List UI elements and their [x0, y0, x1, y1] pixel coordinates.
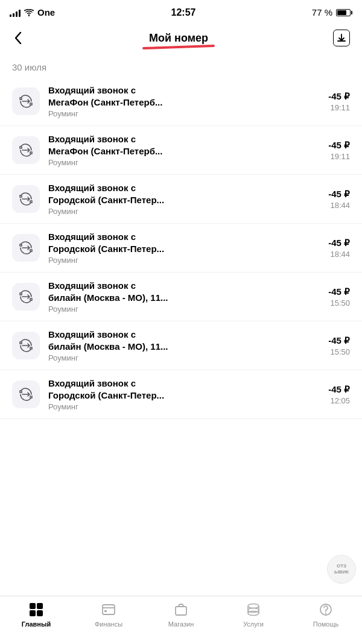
transaction-icon [12, 87, 40, 115]
transaction-amount: -45 ₽ [328, 286, 350, 297]
transaction-subtitle: Роуминг [48, 109, 320, 118]
transaction-amount-time: -45 ₽ 18:44 [328, 189, 350, 210]
wifi-icon [24, 9, 34, 16]
transaction-time: 15:50 [330, 347, 350, 356]
transaction-title: Входящий звонок сГородской (Санкт-Петер.… [48, 182, 320, 206]
transaction-item[interactable]: Входящий звонок сМегаФон (Санкт-Петерб..… [0, 77, 362, 126]
services-tab-label: Услуги [243, 620, 264, 628]
transaction-icon [12, 136, 40, 164]
transaction-amount-time: -45 ₽ 19:11 [328, 91, 350, 112]
transaction-amount: -45 ₽ [328, 335, 350, 346]
transaction-item[interactable]: Входящий звонок сбилайн (Москва - МО), 1… [0, 321, 362, 370]
transaction-subtitle: Роуминг [48, 402, 320, 411]
transaction-subtitle: Роуминг [48, 256, 320, 265]
nav-header: Мой номер [0, 22, 362, 56]
shop-tab-label: Магазин [168, 620, 194, 628]
page-title: Мой номер [27, 32, 331, 45]
transaction-list: Входящий звонок сМегаФон (Санкт-Петерб..… [0, 77, 362, 419]
transaction-title: Входящий звонок сМегаФон (Санкт-Петерб..… [48, 84, 320, 108]
transaction-icon [12, 185, 40, 213]
transaction-amount: -45 ₽ [328, 238, 350, 248]
tab-help[interactable]: Помощь [290, 601, 362, 628]
transaction-details: Входящий звонок сГородской (Санкт-Петер.… [48, 182, 320, 216]
main-tab-label: Главный [22, 620, 51, 628]
svg-point-7 [248, 604, 259, 608]
title-underline [142, 44, 215, 49]
battery-percent: 77 % [312, 7, 332, 17]
transaction-item[interactable]: Входящий звонок сМегаФон (Санкт-Петерб..… [0, 126, 362, 175]
download-icon [333, 30, 350, 46]
tab-services[interactable]: Услуги [217, 601, 290, 628]
status-bar: One 12:57 77 % [0, 0, 362, 22]
battery-icon [336, 9, 352, 16]
services-tab-icon [245, 601, 262, 618]
transaction-time: 19:11 [330, 152, 350, 161]
download-button[interactable] [331, 27, 352, 49]
tab-finance[interactable]: Финансы [72, 601, 145, 628]
transaction-details: Входящий звонок сМегаФон (Санкт-Петерб..… [48, 133, 320, 167]
transaction-amount-time: -45 ₽ 19:11 [328, 140, 350, 161]
transaction-title: Входящий звонок сМегаФон (Санкт-Петерб..… [48, 133, 320, 157]
transaction-details: Входящий звонок сГородской (Санкт-Петер.… [48, 377, 320, 411]
svg-point-9 [248, 611, 259, 616]
transaction-amount-time: -45 ₽ 15:50 [328, 286, 350, 308]
shop-tab-icon [173, 601, 189, 618]
transaction-amount-time: -45 ₽ 15:50 [328, 335, 350, 356]
transaction-subtitle: Роуминг [48, 353, 320, 362]
transaction-icon [12, 234, 40, 262]
status-time: 12:57 [171, 7, 196, 18]
transaction-amount: -45 ₽ [328, 189, 350, 200]
transaction-details: Входящий звонок сбилайн (Москва - МО), 1… [48, 329, 320, 362]
transaction-amount-time: -45 ₽ 12:05 [328, 384, 350, 405]
transaction-title: Входящий звонок сГородской (Санкт-Петер.… [48, 377, 320, 401]
date-header: 30 июля [0, 56, 362, 77]
finance-tab-label: Финансы [95, 620, 122, 628]
svg-rect-5 [104, 610, 107, 612]
transaction-item[interactable]: Входящий звонок сбилайн (Москва - МО), 1… [0, 273, 362, 321]
help-tab-icon [317, 601, 334, 618]
help-tab-label: Помощь [313, 620, 339, 628]
transaction-amount: -45 ₽ [328, 91, 350, 102]
svg-rect-0 [30, 603, 36, 609]
transaction-title: Входящий звонок сбилайн (Москва - МО), 1… [48, 280, 320, 303]
watermark-circle: ОТЗЫВИК [327, 555, 356, 584]
content-area: 30 июля Входящий звонок сМегаФон (Санкт-… [0, 56, 362, 470]
carrier-name: One [37, 7, 55, 17]
watermark: ОТЗЫВИК [327, 555, 356, 584]
transaction-time: 15:50 [330, 298, 350, 308]
tab-shop[interactable]: Магазин [145, 601, 217, 628]
svg-rect-4 [103, 605, 115, 614]
transaction-amount: -45 ₽ [328, 384, 350, 395]
main-tab-icon [28, 601, 45, 618]
tab-bar: Главный Финансы Магазин [0, 596, 362, 644]
back-button[interactable] [10, 29, 27, 47]
svg-rect-2 [30, 610, 36, 616]
signal-icon [10, 8, 21, 17]
transaction-item[interactable]: Входящий звонок сГородской (Санкт-Петер.… [0, 224, 362, 273]
finance-tab-icon [100, 601, 117, 618]
svg-rect-3 [37, 610, 43, 616]
svg-point-11 [325, 613, 326, 614]
transaction-details: Входящий звонок сбилайн (Москва - МО), 1… [48, 280, 320, 314]
tab-main[interactable]: Главный [0, 601, 72, 628]
transaction-title: Входящий звонок сГородской (Санкт-Петер.… [48, 231, 320, 254]
transaction-details: Входящий звонок сМегаФон (Санкт-Петерб..… [48, 84, 320, 118]
transaction-amount-time: -45 ₽ 18:44 [328, 238, 350, 259]
svg-rect-1 [37, 603, 43, 609]
transaction-icon [12, 332, 40, 359]
status-right: 77 % [312, 7, 352, 17]
svg-rect-6 [176, 607, 186, 615]
transaction-time: 12:05 [330, 396, 350, 405]
transaction-item[interactable]: Входящий звонок сГородской (Санкт-Петер.… [0, 175, 362, 224]
transaction-item[interactable]: Входящий звонок сГородской (Санкт-Петер.… [0, 370, 362, 419]
transaction-time: 18:44 [330, 250, 350, 259]
transaction-title: Входящий звонок сбилайн (Москва - МО), 1… [48, 329, 320, 352]
transaction-amount: -45 ₽ [328, 140, 350, 151]
transaction-subtitle: Роуминг [48, 158, 320, 167]
transaction-icon [12, 380, 40, 408]
transaction-time: 18:44 [330, 201, 350, 210]
transaction-subtitle: Роуминг [48, 207, 320, 216]
transaction-subtitle: Роуминг [48, 305, 320, 314]
transaction-icon [12, 283, 40, 311]
transaction-details: Входящий звонок сГородской (Санкт-Петер.… [48, 231, 320, 265]
